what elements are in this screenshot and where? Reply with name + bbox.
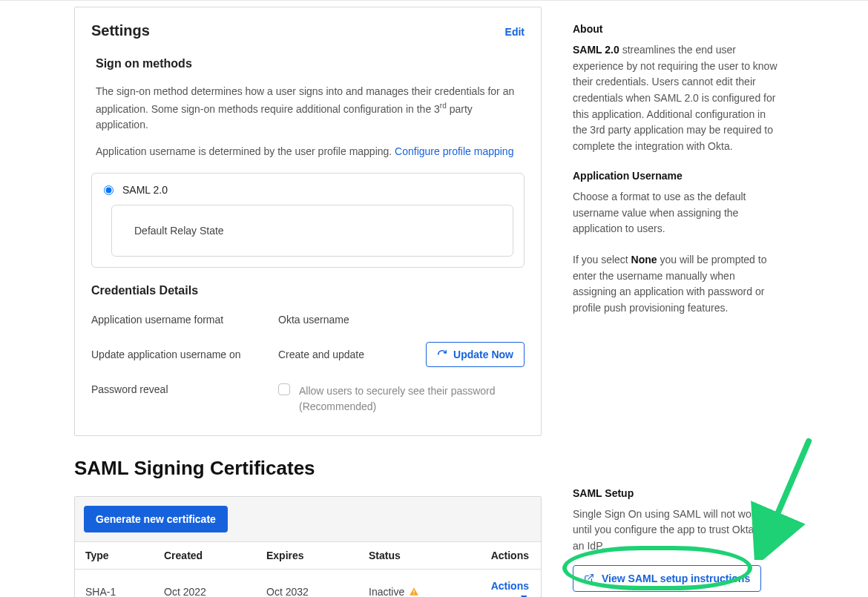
signon-description-2: Application username is determined by th…: [96, 144, 525, 160]
update-now-button[interactable]: Update Now: [426, 342, 525, 367]
refresh-icon: [437, 349, 447, 360]
certs-toolbar: Generate new certificate: [75, 497, 541, 541]
svg-rect-0: [414, 590, 415, 593]
col-expires: Expires: [266, 550, 369, 561]
external-link-icon: [584, 573, 594, 584]
certs-table: Generate new certificate Type Created Ex…: [74, 496, 542, 597]
cred-value: Allow users to securely see their passwo…: [278, 383, 525, 415]
settings-title: Settings: [91, 22, 150, 39]
col-created: Created: [164, 550, 266, 561]
cred-row-username-format: Application username format Okta usernam…: [91, 314, 525, 326]
cell-actions: Actions ▼: [484, 580, 530, 597]
col-actions: Actions: [484, 550, 530, 561]
default-relay-state: Default Relay State: [111, 205, 513, 257]
certs-title: SAML Signing Certificates: [74, 457, 542, 480]
cred-value: Okta username: [278, 314, 525, 326]
cell-created: Oct 2022: [164, 586, 266, 597]
cell-status: Inactive: [369, 586, 484, 597]
cell-type: SHA-1: [85, 586, 164, 597]
signon-method-box: SAML 2.0 Default Relay State: [91, 173, 525, 268]
app-username-p1: Choose a format to use as the default us…: [573, 189, 779, 237]
certs-header-row: Type Created Expires Status Actions: [75, 541, 541, 570]
cred-row-password-reveal: Password reveal Allow users to securely …: [91, 383, 525, 415]
view-saml-setup-button[interactable]: View SAML setup instructions: [573, 565, 761, 592]
saml-setup-heading: SAML Setup: [573, 487, 779, 499]
configure-profile-mapping-link[interactable]: Configure profile mapping: [395, 145, 513, 157]
cred-label: Update application username on: [91, 349, 278, 360]
app-username-p2: If you select None you will be prompted …: [573, 252, 779, 317]
password-reveal-checkbox[interactable]: [278, 383, 290, 395]
cred-row-update-on: Update application username on Create an…: [91, 342, 525, 367]
row-actions-dropdown[interactable]: Actions ▼: [491, 580, 529, 597]
cred-label: Application username format: [91, 314, 278, 326]
credentials-heading: Credentials Details: [91, 284, 525, 297]
cell-expires: Oct 2032: [266, 586, 369, 597]
saml-radio-row[interactable]: SAML 2.0: [102, 184, 513, 196]
signon-description: The sign-on method determines how a user…: [96, 84, 525, 133]
saml-radio[interactable]: [104, 185, 114, 195]
saml-radio-label: SAML 2.0: [122, 184, 168, 196]
warning-icon: [409, 587, 419, 597]
svg-line-2: [588, 574, 593, 578]
edit-link[interactable]: Edit: [505, 26, 525, 38]
about-saml-paragraph: SAML 2.0 streamlines the end user experi…: [573, 42, 779, 155]
password-reveal-text: Allow users to securely see their passwo…: [299, 383, 525, 415]
signon-heading: Sign on methods: [96, 57, 525, 70]
svg-rect-1: [414, 593, 415, 594]
view-saml-setup-label: View SAML setup instructions: [602, 573, 750, 584]
table-row: SHA-1 Oct 2022 Oct 2032 Inactive Actions…: [75, 570, 541, 597]
col-type: Type: [85, 550, 164, 561]
col-status: Status: [369, 550, 484, 561]
cred-label: Password reveal: [91, 383, 278, 395]
app-username-heading: Application Username: [573, 170, 779, 182]
update-now-label: Update Now: [453, 349, 513, 360]
about-heading: About: [573, 23, 779, 35]
cred-value: Create and update: [278, 349, 426, 360]
saml-setup-desc: Single Sign On using SAML will not work …: [573, 507, 779, 555]
settings-card: Settings Edit Sign on methods The sign-o…: [74, 7, 542, 436]
generate-certificate-button[interactable]: Generate new certificate: [84, 506, 228, 532]
